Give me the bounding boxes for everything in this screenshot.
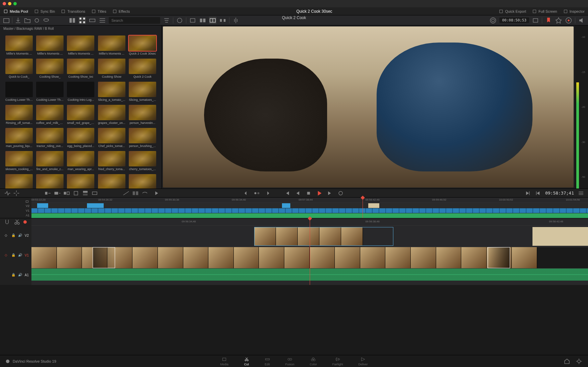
timeline-resolution-icon[interactable] (532, 17, 539, 24)
media-clip[interactable]: Cooking Show_ (35, 59, 64, 78)
media-clip[interactable]: Chef_picks_tomat... (97, 128, 126, 148)
go-end-icon[interactable] (326, 190, 334, 197)
disable-track-icon[interactable]: ◇ (5, 233, 9, 238)
place-on-top-icon[interactable] (82, 190, 89, 197)
tools-icon[interactable] (555, 17, 562, 24)
trim-viewer-icon[interactable] (219, 17, 226, 24)
page-tab-cut[interactable]: Cut (241, 356, 252, 367)
media-clip[interactable]: Cooking Intro Log... (66, 82, 95, 101)
source-clip-mode-icon[interactable] (189, 17, 196, 24)
go-start-icon[interactable] (284, 190, 291, 197)
breadcrumb[interactable]: Master / Blackmagic RAW / B Roll (0, 25, 162, 33)
media-clip[interactable]: person_brushing_... (128, 128, 157, 148)
media-clip[interactable]: tractor_riding_ove... (35, 128, 64, 148)
viewer[interactable] (163, 26, 574, 188)
topbar-transitions[interactable]: Transitions (61, 9, 85, 14)
bin-dropdown[interactable] (3, 17, 10, 24)
list-view-icon[interactable] (99, 17, 106, 24)
append-icon[interactable] (54, 190, 61, 197)
lower-playhead[interactable] (310, 218, 310, 285)
source-overwrite-icon[interactable] (91, 190, 98, 197)
color-wheel-icon[interactable] (565, 17, 572, 24)
media-clip[interactable]: Slicing_tomatoes_... (128, 82, 157, 101)
marker-icon[interactable] (545, 17, 552, 24)
media-clip[interactable]: person_harvestin... (128, 105, 157, 125)
track-header-v1[interactable]: ◇ 🔒 🔊 V1 (0, 245, 31, 265)
topbar-effects[interactable]: Effects (112, 9, 130, 14)
thumbnail-view-icon[interactable] (79, 17, 86, 24)
track-label-v2[interactable]: V2 (26, 204, 29, 208)
source-tape-icon[interactable] (42, 17, 50, 24)
topbar-titles[interactable]: Titles (91, 9, 106, 14)
media-clip[interactable]: Drops_of_wine_sp... (35, 174, 64, 189)
window-close-button[interactable] (3, 2, 6, 5)
topbar-media-pool[interactable]: Media Pool (3, 9, 28, 14)
topbar-full-screen[interactable]: Full Screen (532, 9, 557, 14)
media-clip[interactable]: Millie's Moments ... (97, 35, 126, 55)
snapping-icon[interactable] (3, 218, 11, 226)
search-input[interactable] (109, 17, 160, 24)
window-maximize-button[interactable] (13, 2, 17, 5)
media-clip[interactable]: man_wearing_apr... (66, 151, 95, 171)
media-clip[interactable]: Millie's Moments ... (35, 35, 64, 55)
media-clip[interactable]: Cooking Lower Thi... (5, 82, 33, 101)
media-clip[interactable]: Millie's Moments ... (66, 35, 95, 55)
media-clip[interactable]: skewers_cooking_... (5, 151, 33, 171)
lock-track-icon[interactable]: 🔒 (11, 253, 16, 258)
window-minimize-button[interactable] (8, 2, 11, 5)
source-tape-mode-icon[interactable] (199, 17, 206, 24)
media-clip[interactable]: fire_and_smoke_c... (35, 151, 64, 171)
page-tab-fairlight[interactable]: Fairlight (330, 356, 346, 367)
mute-track-icon[interactable]: 🔊 (18, 273, 23, 278)
master-timecode[interactable]: 00:08:50;53 (499, 17, 529, 23)
import-folder-icon[interactable] (24, 17, 31, 24)
viewer-clip-name[interactable]: Quick 2 Cook (282, 15, 306, 20)
track-header-a1[interactable]: 🔒 🔊 A1 (0, 265, 31, 285)
upper-playhead[interactable] (363, 198, 363, 218)
transition-handle[interactable] (488, 247, 510, 268)
transition-icon[interactable] (132, 190, 139, 197)
media-clip[interactable]: Rows_of_grape_tr... (5, 174, 33, 189)
upper-track-v1[interactable] (31, 208, 588, 213)
page-tab-deliver[interactable]: Deliver (356, 356, 371, 367)
safe-area-icon[interactable] (489, 17, 497, 24)
ripple-overwrite-icon[interactable] (63, 190, 70, 197)
media-clip[interactable]: wine_being_poure... (97, 174, 126, 189)
mute-icon[interactable] (578, 17, 585, 24)
media-clip[interactable]: Slicing_a_tomato_... (97, 82, 126, 101)
media-clip[interactable]: fried_cherry_toma... (97, 151, 126, 171)
lock-track-icon[interactable]: 🔒 (11, 273, 16, 278)
audio-trim-icon[interactable] (232, 17, 239, 24)
mute-track-icon[interactable]: 🔊 (18, 253, 23, 258)
stop-icon[interactable] (305, 190, 312, 197)
play-icon[interactable] (316, 190, 323, 197)
media-clip[interactable]: red_wine_being_p... (66, 174, 95, 189)
page-tab-media[interactable]: Media (217, 356, 231, 367)
media-clip[interactable]: Quick to Cook_ (5, 59, 33, 78)
strip-view-icon[interactable] (89, 17, 96, 24)
media-clip[interactable]: person_holding_a... (128, 174, 157, 189)
jump-next-icon[interactable] (263, 190, 270, 197)
timeline-lock-icon[interactable] (25, 199, 29, 203)
sync-clips-icon[interactable] (33, 17, 40, 24)
next-edit-icon[interactable] (524, 190, 531, 197)
dual-viewer-icon[interactable] (209, 17, 216, 24)
track-label-v1[interactable]: V1 (26, 209, 29, 212)
media-clip[interactable]: grapes_cluster_on... (97, 105, 126, 125)
media-clip[interactable]: Cooking Lower Thi... (35, 82, 64, 101)
dynamic-trim-icon[interactable] (153, 190, 160, 197)
disable-track-icon[interactable]: ◇ (5, 253, 9, 258)
topbar-sync-bin[interactable]: Sync Bin (34, 9, 55, 14)
media-clip[interactable]: Rinsing_off_tomat... (5, 105, 33, 125)
media-clip[interactable]: egg_being_placed... (66, 128, 95, 148)
prev-edit-icon[interactable] (534, 190, 542, 197)
project-settings-icon[interactable] (575, 358, 583, 365)
boring-detector-icon[interactable] (3, 190, 11, 197)
media-clip[interactable]: Cooking Show_tvc (66, 59, 95, 78)
upper-track-v2[interactable] (31, 203, 588, 208)
lock-track-icon[interactable]: 🔒 (11, 233, 16, 238)
media-clip[interactable]: Quick 2 Cook 30sec (128, 35, 157, 55)
media-clip[interactable]: Cooking Show (97, 59, 126, 78)
timeline-options-icon[interactable] (577, 190, 585, 197)
media-clip[interactable]: cherry_tomatoes_... (128, 151, 157, 171)
